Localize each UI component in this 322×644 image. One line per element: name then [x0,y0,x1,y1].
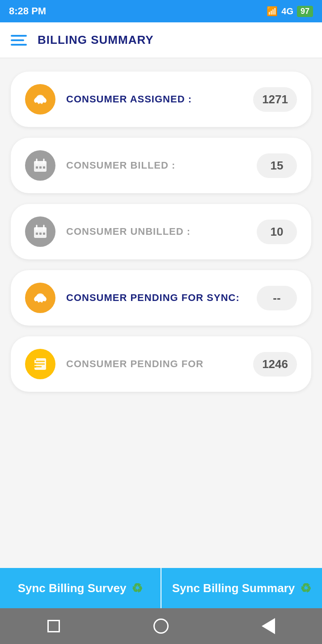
consumer-pending-meter-card: CONSUMER PENDING FOR 1246 [11,336,311,392]
svg-rect-11 [34,161,47,165]
svg-rect-14 [36,166,38,169]
android-nav-bar [0,608,322,644]
svg-rect-16 [43,166,45,169]
status-bar: 8:28 PM 📶 4G 97 [0,0,322,22]
consumer-unbilled-card: CONSUMER UNBILLED : 10 [11,204,311,259]
page-title: BILLING SUMMARY [38,33,154,47]
consumer-unbilled-value: 10 [257,220,297,244]
list-icon-amber [25,349,55,379]
status-bar-right: 📶 4G 97 [267,6,313,17]
nav-back-icon [262,618,275,634]
nav-recents-button[interactable] [43,615,64,637]
hamburger-line-3 [11,44,27,46]
consumer-billed-label: CONSUMER BILLED : [66,160,246,171]
svg-rect-15 [39,166,42,169]
nav-home-button[interactable] [150,615,172,637]
main-content: CONSUMER ASSIGNED : 1271 CONSUMER BILLED… [0,58,322,568]
consumer-assigned-label: CONSUMER ASSIGNED : [66,93,242,105]
svg-rect-18 [34,227,47,231]
svg-rect-23 [43,233,45,235]
consumer-pending-meter-value: 1246 [253,352,297,377]
hamburger-line-2 [11,39,24,41]
consumer-pending-sync-card: CONSUMER PENDING FOR SYNC: -- [11,270,311,326]
svg-rect-21 [36,233,38,235]
consumer-pending-meter-label: CONSUMER PENDING FOR [66,358,242,370]
consumer-pending-sync-value: -- [257,286,297,310]
header: BILLING SUMMARY [0,22,322,58]
cloud-icon-orange-2 [25,283,55,313]
network-type: 4G [281,6,293,17]
consumer-pending-sync-label: CONSUMER PENDING FOR SYNC: [66,292,246,304]
hamburger-menu-button[interactable] [11,35,27,46]
nav-back-button[interactable] [258,615,279,637]
svg-point-3 [36,95,44,102]
calendar-icon-gray-1 [25,150,55,181]
consumer-assigned-value: 1271 [253,87,297,112]
consumer-billed-card: CONSUMER BILLED : 15 [11,138,311,193]
consumer-assigned-card: CONSUMER ASSIGNED : 1271 [11,72,311,127]
consumer-billed-value: 15 [257,153,297,178]
svg-rect-38 [34,358,36,360]
nav-home-icon [153,619,169,634]
calendar-icon-gray-2 [25,216,55,247]
svg-rect-39 [34,363,36,365]
sync-summary-icon: ♻ [300,581,311,596]
bottom-buttons: Sync Billing Survey ♻ Sync Billing Summa… [0,568,322,608]
sync-billing-summary-button[interactable]: Sync Billing Summary ♻ [161,568,322,608]
sync-billing-summary-label: Sync Billing Summary [172,581,295,595]
status-time: 8:28 PM [9,5,46,17]
svg-point-27 [36,293,44,301]
sync-billing-survey-label: Sync Billing Survey [18,581,127,595]
signal-icon: 📶 [267,6,278,17]
sync-billing-survey-button[interactable]: Sync Billing Survey ♻ [0,568,161,608]
sync-survey-icon: ♻ [131,581,143,596]
svg-rect-22 [39,233,42,235]
hamburger-line-1 [11,35,27,37]
nav-recents-icon [47,620,60,632]
cloud-icon-orange [25,84,55,114]
svg-rect-40 [34,366,36,368]
consumer-unbilled-label: CONSUMER UNBILLED : [66,226,246,237]
battery-icon: 97 [297,6,313,17]
